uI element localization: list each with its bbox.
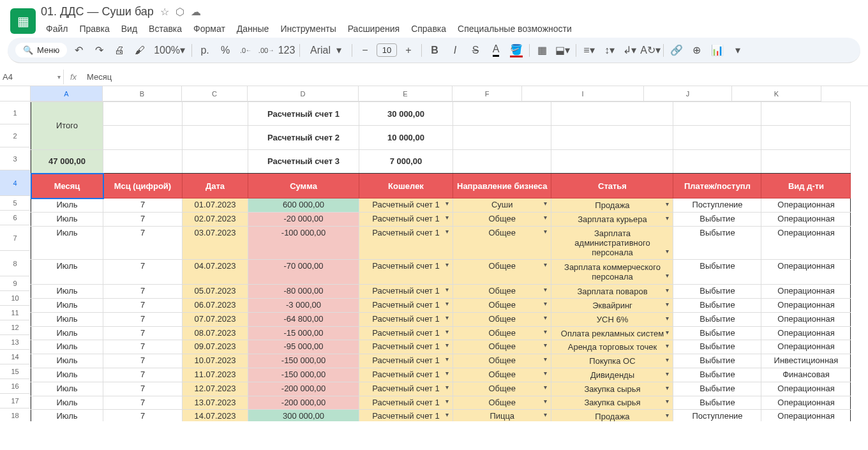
valign-button[interactable]: ↕▾ bbox=[601, 41, 618, 59]
cell-article-6[interactable]: УСН 6% bbox=[551, 312, 673, 326]
cell-pay-6[interactable]: Выбытие bbox=[673, 312, 761, 326]
colhdr-E[interactable]: E bbox=[359, 86, 453, 101]
cell-pay-4[interactable]: Выбытие bbox=[673, 285, 761, 299]
cell-dir-6[interactable]: Общее bbox=[453, 312, 551, 326]
cell-mnum-10[interactable]: 7 bbox=[103, 368, 183, 382]
cell-sum-1[interactable]: -20 000,00 bbox=[248, 213, 359, 227]
cell-month-1[interactable]: Июль bbox=[31, 213, 103, 227]
cell-itogo-val[interactable]: 47 000,00 bbox=[31, 149, 103, 173]
select-all-corner[interactable] bbox=[0, 86, 31, 101]
menu-3[interactable]: Вставка bbox=[144, 21, 187, 36]
cell-article-8[interactable]: Аренда торговых точек bbox=[551, 340, 673, 354]
zoom-select[interactable]: 100% ▾ bbox=[151, 41, 188, 59]
cell-date-7[interactable]: 08.07.2023 bbox=[183, 326, 248, 340]
cell-mnum-2[interactable]: 7 bbox=[103, 227, 183, 260]
dec-increase-button[interactable]: .00→ bbox=[257, 41, 275, 59]
cell-month-12[interactable]: Июль bbox=[31, 396, 103, 410]
cell-pay-12[interactable]: Выбытие bbox=[673, 396, 761, 410]
cell-dir-5[interactable]: Общее bbox=[453, 299, 551, 313]
cell-wallet-10[interactable]: Расчетный счет 1 bbox=[359, 368, 453, 382]
move-icon[interactable]: ⬡ bbox=[176, 6, 184, 18]
cell-e2[interactable]: 10 000,00 bbox=[359, 126, 453, 149]
cell-mnum-9[interactable]: 7 bbox=[103, 354, 183, 368]
percent-button[interactable]: % bbox=[216, 41, 234, 59]
header-7[interactable]: Платеж/поступл bbox=[673, 174, 761, 199]
cell-type-5[interactable]: Операционная bbox=[761, 299, 851, 313]
dec-decrease-button[interactable]: .0← bbox=[237, 41, 255, 59]
cell-wallet-9[interactable]: Расчетный счет 1 bbox=[359, 354, 453, 368]
rowhdr-11[interactable]: 11 bbox=[0, 306, 31, 320]
cell-d2[interactable]: Расчетный счет 2 bbox=[248, 126, 359, 149]
fill-color-button[interactable]: 🪣 bbox=[507, 41, 525, 59]
menu-2[interactable]: Вид bbox=[116, 21, 142, 36]
cell-wallet-1[interactable]: Расчетный счет 1 bbox=[359, 213, 453, 227]
cell-d1[interactable]: Расчетный счет 1 bbox=[248, 102, 359, 126]
cell-date-8[interactable]: 09.07.2023 bbox=[183, 340, 248, 354]
rowhdr-1[interactable]: 1 bbox=[0, 101, 31, 124]
cell-wallet-6[interactable]: Расчетный счет 1 bbox=[359, 312, 453, 326]
merge-button[interactable]: ⬓▾ bbox=[554, 41, 572, 59]
rowhdr-3[interactable]: 3 bbox=[0, 147, 31, 170]
bold-button[interactable]: B bbox=[426, 41, 444, 59]
cell-sum-4[interactable]: -80 000,00 bbox=[248, 285, 359, 299]
fontsize-decrease[interactable]: − bbox=[356, 41, 374, 59]
cell-article-4[interactable]: Зарплата поваров bbox=[551, 285, 673, 299]
cell-month-3[interactable]: Июль bbox=[31, 259, 103, 284]
cell-wallet-13[interactable]: Расчетный счет 1 bbox=[359, 410, 453, 421]
cell-article-12[interactable]: Закупка сырья bbox=[551, 396, 673, 410]
cell-sum-12[interactable]: -200 000,00 bbox=[248, 396, 359, 410]
rowhdr-18[interactable]: 18 bbox=[0, 409, 31, 421]
cell-month-6[interactable]: Июль bbox=[31, 312, 103, 326]
strike-button[interactable]: S bbox=[467, 41, 484, 59]
rowhdr-15[interactable]: 15 bbox=[0, 364, 31, 379]
currency-button[interactable]: р. bbox=[196, 41, 214, 59]
cell-article-13[interactable]: Продажа bbox=[551, 410, 673, 421]
cell-type-3[interactable]: Операционная bbox=[761, 259, 851, 284]
cell-sum-2[interactable]: -100 000,00 bbox=[248, 227, 359, 260]
cell-mnum-11[interactable]: 7 bbox=[103, 382, 183, 396]
cell-sum-3[interactable]: -70 000,00 bbox=[248, 259, 359, 284]
cell-date-1[interactable]: 02.07.2023 bbox=[183, 213, 248, 227]
header-1[interactable]: Мсц (цифрой) bbox=[103, 174, 183, 199]
cell-type-4[interactable]: Операционная bbox=[761, 285, 851, 299]
cell-e3[interactable]: 7 000,00 bbox=[359, 149, 453, 173]
colhdr-K[interactable]: K bbox=[732, 86, 821, 101]
paint-format-button[interactable]: 🖌 bbox=[131, 41, 149, 59]
cell-month-7[interactable]: Июль bbox=[31, 326, 103, 340]
chart-button[interactable]: 📊 bbox=[708, 41, 726, 59]
header-0[interactable]: Месяц bbox=[31, 174, 103, 199]
header-6[interactable]: Статья bbox=[551, 174, 673, 199]
print-button[interactable]: 🖨 bbox=[110, 41, 128, 59]
header-8[interactable]: Вид д-ти bbox=[761, 174, 851, 199]
header-3[interactable]: Сумма bbox=[248, 174, 359, 199]
menu-7[interactable]: Расширения bbox=[343, 21, 405, 36]
menu-6[interactable]: Инструменты bbox=[275, 21, 341, 36]
borders-button[interactable]: ▦ bbox=[534, 41, 551, 59]
cell-pay-5[interactable]: Выбытие bbox=[673, 299, 761, 313]
header-4[interactable]: Кошелек bbox=[359, 174, 453, 199]
cell-sum-8[interactable]: -95 000,00 bbox=[248, 340, 359, 354]
sheets-logo-icon[interactable]: ▦ bbox=[10, 8, 36, 34]
cell-article-3[interactable]: Зарплата коммерческого персонала bbox=[551, 259, 673, 284]
cell-sum-9[interactable]: -150 000,00 bbox=[248, 354, 359, 368]
star-icon[interactable]: ☆ bbox=[160, 6, 169, 18]
cell-date-13[interactable]: 14.07.2023 bbox=[183, 410, 248, 421]
search-menu[interactable]: 🔍 Меню bbox=[15, 43, 67, 57]
menu-5[interactable]: Данные bbox=[232, 21, 274, 36]
cell-mnum-13[interactable]: 7 bbox=[103, 410, 183, 421]
rowhdr-5[interactable]: 5 bbox=[0, 196, 31, 211]
cell-type-1[interactable]: Операционная bbox=[761, 213, 851, 227]
cell-mnum-1[interactable]: 7 bbox=[103, 213, 183, 227]
cell-pay-3[interactable]: Выбытие bbox=[673, 259, 761, 284]
cell-wallet-7[interactable]: Расчетный счет 1 bbox=[359, 326, 453, 340]
cell-dir-9[interactable]: Общее bbox=[453, 354, 551, 368]
cell-wallet-3[interactable]: Расчетный счет 1 bbox=[359, 259, 453, 284]
halign-button[interactable]: ≡▾ bbox=[580, 41, 598, 59]
cell-dir-10[interactable]: Общее bbox=[453, 368, 551, 382]
header-2[interactable]: Дата bbox=[183, 174, 248, 199]
link-button[interactable]: 🔗 bbox=[668, 41, 685, 59]
colhdr-D[interactable]: D bbox=[248, 86, 359, 101]
cell-pay-10[interactable]: Выбытие bbox=[673, 368, 761, 382]
spreadsheet-grid[interactable]: ABCDEFIJK12345678910111213141516171819Ит… bbox=[0, 86, 868, 421]
cell-month-9[interactable]: Июль bbox=[31, 354, 103, 368]
